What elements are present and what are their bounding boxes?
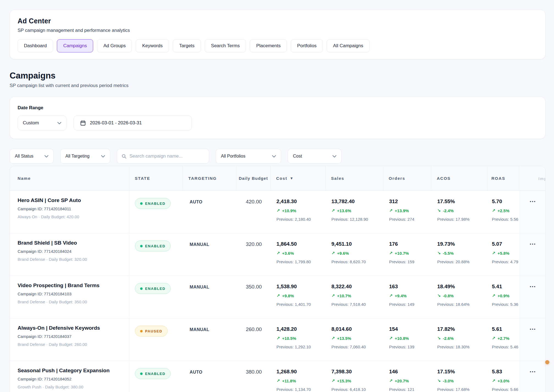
table-body: Hero ASIN | Core SP Auto Campaign ID: 77… [10,191,545,392]
status-badge: ENABLED [135,198,171,209]
metric-cost: 1,538.90 ↗+9.8% Previous: 1,401.70 [271,276,326,318]
metric-value: 1,268.90 [276,369,326,375]
status-label: PAUSED [145,329,162,333]
metric-acos: 19.73% ↘-5.5% Previous: 20.88% [432,233,488,276]
metric-roas: 5.07 ↗+5.8% Previous: 4.79 [488,233,520,276]
status-label: ENABLED [145,201,165,206]
column-header-sales[interactable]: Sales [326,166,383,191]
filters-row: All Status All Targeting All Portfolios … [10,149,545,164]
campaign-id: Campaign ID: 771420184037 [18,334,123,339]
row-menu-button[interactable]: … [529,238,536,247]
tab-placements[interactable]: Placements [250,39,287,52]
app-tabs: Dashboard Campaigns Ad Groups Keywords T… [18,39,538,52]
metric-cost: 2,418.30 ↗+10.9% Previous: 2,180.40 [271,191,326,233]
trend-arrow-icon: ↗ [276,378,280,383]
tab-all-campaigns[interactable]: All Campaigns [327,39,370,52]
campaign-daily-budget: 320.00 [237,233,271,276]
tab-keywords[interactable]: Keywords [136,39,169,52]
column-header-state[interactable]: STATE [129,166,183,191]
page-subtitle: SP campaign list with current and previo… [10,83,545,88]
metric-change: ↗+3.0% [492,378,520,383]
metric-change: ↗+10.7% [389,251,432,256]
campaign-meta: Brand Defense · Daily Budget: 320.00 [18,257,123,262]
campaign-row: Seasonal Push | Category Expansion Campa… [10,361,545,392]
campaign-meta: Brand Defense · Daily Budget: 350.00 [18,299,123,304]
tab-campaigns[interactable]: Campaigns [57,39,93,52]
metric-change: ↘-5.5% [437,251,488,256]
trend-arrow-icon: ↗ [389,251,393,256]
metric-change: ↗+0.9% [492,293,520,298]
campaign-id: Campaign ID: 771420184103 [18,292,123,296]
column-header-acos[interactable]: ACOS [431,166,487,191]
metric-change: ↘-3.0% [437,378,488,383]
column-header-cost[interactable]: Cost ▼ [271,166,326,191]
metric-value: 5.61 [492,326,520,332]
metric-previous: Previous: 121 [389,387,432,392]
metric-previous: Previous: 17.68% [437,387,488,392]
metric-previous: Previous: 18.30% [437,345,488,349]
campaign-name-cell: Seasonal Push | Category Expansion Campa… [10,361,129,392]
status-label: ENABLED [145,244,165,248]
portfolios-filter-select[interactable]: All Portfolios [216,149,281,164]
metric-value: 1,864.50 [276,241,326,247]
tab-targets[interactable]: Targets [173,39,201,52]
tab-search-terms[interactable]: Search Terms [205,39,246,52]
row-menu-button[interactable]: … [529,281,536,289]
row-menu-button[interactable]: … [529,196,536,204]
tab-dashboard[interactable]: Dashboard [18,39,53,52]
column-header-daily-budget[interactable]: Daily Budget [236,166,271,191]
metric-change: ↗+9.8% [276,293,326,298]
row-menu-button[interactable]: … [529,366,536,374]
search-input[interactable] [129,153,204,159]
column-header-name[interactable]: Name [10,166,129,191]
metric-previous: Previous: 7,518.40 [331,302,384,307]
metric-value: 18.49% [437,284,488,290]
trend-arrow-icon: ↗ [492,336,495,341]
row-menu-button[interactable]: … [529,323,536,332]
metric-change: ↗+10.8% [389,336,432,341]
campaign-name-cell: Always-On | Defensive Keywords Campaign … [10,318,129,361]
date-preset-select[interactable]: Custom [18,116,67,130]
tab-ad-groups[interactable]: Ad Groups [97,39,132,52]
campaign-meta: Brand Defense · Daily Budget: 260.00 [18,342,123,347]
date-range-value: 2026-03-01 - 2026-03-31 [90,120,142,126]
metric-value: 13,782.40 [331,198,384,205]
date-preset-value: Custom [23,120,39,126]
floating-orange-dot [545,360,549,364]
metric-orders: 163 ↗+9.4% Previous: 149 [384,276,432,318]
trend-arrow-icon: ↗ [331,378,335,383]
status-filter-select[interactable]: All Status [10,149,54,164]
sort-by-select[interactable]: Cost [288,149,342,164]
tab-portfolios[interactable]: Portfolios [291,39,323,52]
metric-previous: Previous: 2,180.40 [276,217,326,222]
metric-value: 5.07 [492,241,520,247]
campaign-targeting: AUTO [183,361,237,392]
campaign-targeting: MANUAL [183,276,237,318]
metric-change: ↗+15.3% [331,378,384,383]
column-header-roas[interactable]: ROAS [487,166,519,191]
campaign-id: Campaign ID: 771420184052 [18,377,123,381]
metric-sales: 8,322.40 ↗+10.7% Previous: 7,518.40 [326,276,384,318]
metric-change: ↗+5.8% [492,251,520,256]
column-header-orders[interactable]: Orders [383,166,431,191]
metric-value: 8,322.40 [331,284,384,290]
campaign-daily-budget: 420.00 [237,191,271,233]
trend-arrow-icon: ↘ [437,208,441,213]
date-range-controls: Custom 2026-03-01 - 2026-03-31 [18,116,538,130]
metric-change: ↗+10.5% [276,336,326,341]
date-range-input[interactable]: 2026-03-01 - 2026-03-31 [74,116,192,130]
status-dot-icon [140,202,143,205]
campaign-name: Brand Shield | SB Video [18,240,123,246]
campaign-daily-budget: 350.00 [237,276,271,318]
metric-value: 19.73% [437,241,488,247]
metric-sales: 9,451.10 ↗+9.6% Previous: 8,620.70 [326,233,384,276]
metric-previous: Previous: 1,292.10 [276,345,326,349]
targeting-filter-select[interactable]: All Targeting [60,149,110,164]
metric-previous: Previous: 5.56 [492,217,520,222]
metric-roas: 5.41 ↗+0.9% Previous: 5.36 [488,276,520,318]
column-header-targeting[interactable]: TARGETING [183,166,236,191]
status-dot-icon [140,245,143,247]
metric-acos: 17.82% ↘-2.6% Previous: 18.30% [432,318,488,361]
trend-arrow-icon: ↗ [276,251,280,256]
metric-roas: 5.83 ↗+3.0% Previous: 5.66 [488,361,520,392]
